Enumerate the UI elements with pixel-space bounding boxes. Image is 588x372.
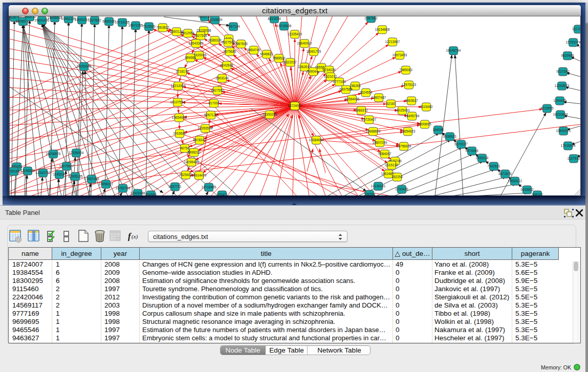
svg-text:8322037: 8322037 (284, 60, 297, 64)
svg-text:14136141: 14136141 (371, 184, 386, 188)
svg-text:18495518: 18495518 (48, 16, 62, 19)
svg-text:252254: 252254 (391, 175, 403, 179)
svg-text:19756928: 19756928 (397, 144, 411, 148)
svg-text:1588520: 1588520 (272, 56, 286, 60)
svg-text:7515526: 7515526 (142, 25, 156, 28)
svg-text:8427552: 8427552 (211, 89, 224, 92)
svg-text:12905135: 12905135 (68, 174, 83, 178)
svg-text:7485063: 7485063 (399, 68, 412, 72)
svg-text:9474444: 9474444 (465, 149, 478, 152)
svg-text:2867608: 2867608 (234, 42, 248, 46)
svg-text:10807487: 10807487 (372, 96, 386, 99)
svg-text:7632621: 7632621 (487, 164, 500, 168)
svg-text:10025433: 10025433 (395, 108, 410, 112)
svg-text:15720407: 15720407 (362, 118, 377, 121)
svg-text:1733426: 1733426 (395, 187, 408, 191)
svg-text:1916680: 1916680 (173, 132, 186, 135)
svg-text:2935114: 2935114 (476, 156, 489, 160)
svg-text:10688609: 10688609 (366, 129, 381, 133)
svg-text:3675685: 3675685 (223, 50, 236, 53)
svg-text:18807249: 18807249 (373, 141, 387, 144)
svg-text:16961755: 16961755 (307, 50, 321, 53)
svg-text:1244415: 1244415 (553, 99, 567, 102)
svg-text:(x): (x) (132, 233, 138, 240)
svg-text:9699695: 9699695 (418, 122, 431, 126)
svg-text:9657791: 9657791 (168, 185, 182, 188)
svg-text:11156829: 11156829 (20, 169, 35, 172)
svg-text:1145194: 1145194 (53, 172, 66, 176)
svg-text:12975115: 12975115 (402, 83, 417, 86)
svg-text:9227342: 9227342 (556, 70, 570, 73)
svg-text:18300295: 18300295 (263, 113, 277, 116)
svg-text:7625402: 7625402 (179, 173, 192, 177)
svg-text:7986372: 7986372 (355, 108, 368, 112)
svg-text:8813054: 8813054 (268, 17, 281, 20)
svg-text:917006: 917006 (208, 101, 220, 105)
svg-text:6497568: 6497568 (339, 87, 353, 91)
svg-text:7357224: 7357224 (227, 25, 240, 28)
svg-text:825471: 825471 (216, 193, 228, 195)
svg-text:17359924: 17359924 (69, 151, 84, 155)
svg-text:746266: 746266 (350, 84, 361, 87)
svg-text:6679197: 6679197 (454, 142, 468, 146)
svg-text:6734028: 6734028 (322, 68, 336, 72)
svg-text:10107554: 10107554 (170, 100, 185, 104)
svg-text:16914479: 16914479 (192, 173, 207, 177)
svg-text:12213369: 12213369 (171, 84, 186, 87)
svg-text:12353594: 12353594 (198, 126, 213, 130)
svg-text:908162: 908162 (532, 193, 543, 195)
svg-text:19716485: 19716485 (202, 185, 216, 189)
svg-text:8878342: 8878342 (193, 138, 206, 142)
svg-text:8471676: 8471676 (498, 172, 512, 176)
svg-text:2087682: 2087682 (364, 16, 378, 20)
svg-text:15692971: 15692971 (556, 129, 571, 133)
svg-text:9829966: 9829966 (561, 54, 574, 57)
svg-text:8215955: 8215955 (540, 106, 554, 110)
svg-text:3624554: 3624554 (359, 91, 373, 94)
svg-text:16495794: 16495794 (405, 114, 420, 118)
svg-text:62160: 62160 (386, 102, 396, 105)
svg-text:10671355: 10671355 (128, 24, 143, 27)
svg-text:15751074: 15751074 (566, 40, 580, 44)
svg-text:6466160: 6466160 (102, 19, 116, 23)
svg-text:8912954: 8912954 (181, 31, 194, 35)
svg-text:10653267: 10653267 (75, 18, 90, 21)
svg-text:1621072: 1621072 (324, 75, 337, 78)
svg-text:19384554: 19384554 (309, 138, 324, 142)
svg-text:10962199: 10962199 (61, 17, 76, 20)
svg-text:10973493: 10973493 (393, 53, 407, 57)
svg-text:8938923: 8938923 (443, 135, 456, 138)
svg-text:989685: 989685 (185, 56, 196, 59)
svg-text:1117263: 1117263 (572, 27, 580, 31)
svg-text:9546821: 9546821 (260, 52, 273, 56)
svg-text:26206576: 26206576 (46, 152, 61, 156)
svg-text:6498222: 6498222 (187, 150, 201, 154)
svg-text:9084067: 9084067 (378, 152, 391, 156)
svg-text:16648784: 16648784 (446, 49, 461, 52)
svg-text:2718176: 2718176 (176, 70, 189, 73)
svg-text:9463627: 9463627 (405, 99, 418, 102)
svg-text:11325419: 11325419 (288, 32, 302, 36)
svg-text:12942757: 12942757 (36, 171, 51, 174)
svg-text:12093873: 12093873 (555, 84, 570, 87)
svg-text:16154808: 16154808 (375, 28, 390, 31)
svg-text:8267130: 8267130 (204, 113, 217, 117)
svg-text:939154: 939154 (10, 169, 19, 173)
svg-text:20053346: 20053346 (77, 64, 92, 68)
svg-text:164095: 164095 (432, 128, 444, 132)
svg-text:46756: 46756 (180, 146, 189, 150)
svg-text:10958107: 10958107 (99, 182, 114, 186)
svg-text:20364436: 20364436 (345, 97, 360, 101)
svg-text:7663822: 7663822 (156, 26, 169, 29)
svg-text:19654985: 19654985 (172, 116, 187, 119)
svg-text:18640910: 18640910 (297, 41, 312, 45)
svg-text:18724007: 18724007 (288, 104, 302, 107)
svg-text:9242848: 9242848 (220, 63, 233, 67)
svg-text:19218506: 19218506 (277, 24, 292, 28)
svg-text:9327508: 9327508 (222, 40, 235, 44)
svg-text:1167533: 1167533 (568, 157, 580, 160)
svg-text:12213967: 12213967 (385, 40, 400, 43)
svg-text:14099489: 14099489 (184, 160, 199, 164)
svg-text:16782759: 16782759 (116, 186, 130, 190)
svg-text:106254: 106254 (364, 192, 375, 195)
